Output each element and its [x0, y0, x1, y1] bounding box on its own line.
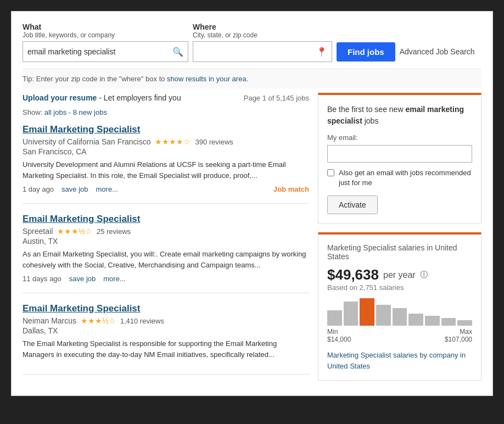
- advanced-search-link[interactable]: Advanced Job Search: [400, 47, 475, 56]
- email-alert-title-after: jobs: [362, 116, 379, 125]
- job-location: Dallas, TX: [23, 326, 309, 335]
- job-age: 1 day ago: [23, 185, 54, 193]
- save-job-link[interactable]: save job: [61, 185, 88, 193]
- upload-resume-group: Upload your resume - Let employers find …: [23, 93, 181, 103]
- email-alert-title-before: Be the first to see new: [327, 105, 405, 114]
- salary-box: Marketing Specialist salaries in United …: [318, 232, 481, 381]
- show-label: Show:: [23, 108, 44, 116]
- upload-resume-link[interactable]: Upload your resume: [23, 93, 97, 102]
- job-title[interactable]: Email Marketing Specialist: [23, 303, 309, 314]
- show-separator: -: [66, 108, 73, 116]
- chart-bar: [441, 318, 456, 326]
- chart-min-label: Min $14,000: [327, 328, 351, 343]
- job-meta: 11 days ago save job more...: [23, 275, 126, 283]
- what-label: What: [23, 23, 193, 31]
- find-jobs-button[interactable]: Find jobs: [337, 42, 395, 62]
- where-input-wrap: 📍: [193, 41, 332, 62]
- chart-bar: [327, 310, 342, 326]
- more-link[interactable]: more...: [96, 185, 118, 193]
- save-job-link[interactable]: save job: [69, 275, 96, 283]
- right-panel: Be the first to see new email marketing …: [318, 93, 481, 384]
- checkbox-label: Also get an email with jobs recommended …: [339, 168, 472, 188]
- star-rating: ★★★★☆: [155, 137, 191, 146]
- show-all-link[interactable]: all jobs: [44, 108, 66, 116]
- email-input[interactable]: [327, 145, 472, 163]
- company-row: Spreetail ★★★½☆ 25 reviews: [23, 227, 309, 236]
- upload-suffix: - Let employers find you: [97, 93, 181, 102]
- job-footer: 11 days ago save job more...: [23, 275, 309, 283]
- search-bar-row: 🔍 📍 Find jobs Advanced Job Search: [23, 41, 481, 62]
- chart-max-label: Max $107,000: [445, 328, 472, 343]
- salary-info-icon: ⓘ: [420, 270, 428, 280]
- where-input[interactable]: [198, 47, 316, 56]
- chart-bar: [393, 308, 407, 326]
- job-description: University Development and Alumni Relati…: [23, 159, 309, 181]
- show-new-link[interactable]: 8 new jobs: [73, 108, 107, 116]
- tip-text: Tip: Enter your zip code in the "where" …: [23, 75, 248, 83]
- results-header: Upload your resume - Let employers find …: [23, 93, 309, 103]
- my-email-label: My email:: [327, 133, 472, 142]
- salary-per-year: per year: [383, 270, 416, 280]
- star-rating: ★★★½☆: [81, 316, 116, 325]
- what-input-wrap: 🔍: [23, 41, 188, 62]
- job-footer: 1 day ago save job more... Job match: [23, 185, 309, 193]
- job-card: Email Marketing Specialist University of…: [23, 124, 309, 204]
- salary-based-on: Based on 2,751 salaries: [327, 283, 472, 292]
- chart-bar: [376, 305, 391, 326]
- job-card: Email Marketing Specialist Spreetail ★★★…: [23, 214, 309, 293]
- chart-bar: [457, 320, 472, 326]
- company-name: Neiman Marcus: [23, 316, 76, 325]
- where-label: Where: [193, 23, 335, 31]
- tip-highlight[interactable]: show results in your area: [167, 75, 247, 83]
- salary-amount-group: $49,638 per year ⓘ: [327, 266, 472, 283]
- job-title[interactable]: Email Marketing Specialist: [23, 124, 309, 135]
- labels-row: What Job title, keywords, or company Whe…: [23, 23, 481, 39]
- job-list: Email Marketing Specialist University of…: [23, 124, 309, 375]
- chart-bar: [344, 302, 359, 326]
- search-icon[interactable]: 🔍: [172, 47, 183, 57]
- salary-link[interactable]: Marketing Specialist salaries by company…: [327, 350, 472, 371]
- email-recommend-checkbox[interactable]: [327, 169, 334, 176]
- chart-bar: [425, 316, 440, 326]
- job-age: 11 days ago: [23, 275, 61, 283]
- what-label-group: What Job title, keywords, or company: [23, 23, 193, 39]
- checkbox-row: Also get an email with jobs recommended …: [327, 168, 472, 188]
- email-alert-title: Be the first to see new email marketing …: [327, 104, 472, 127]
- job-location: Austin, TX: [23, 237, 309, 246]
- job-card: Email Marketing Specialist Neiman Marcus…: [23, 303, 309, 375]
- main-container: What Job title, keywords, or company Whe…: [11, 11, 493, 396]
- job-description: The Email Marketing Specialist is respon…: [23, 338, 309, 360]
- company-row: University of California San Francisco ★…: [23, 137, 309, 146]
- chart-bar: [408, 314, 423, 326]
- email-alert-box: Be the first to see new email marketing …: [318, 93, 481, 224]
- location-icon: 📍: [316, 47, 327, 57]
- where-label-group: Where City, state, or zip code: [193, 23, 335, 39]
- company-row: Neiman Marcus ★★★½☆ 1,410 reviews: [23, 316, 309, 325]
- company-name: University of California San Francisco: [23, 137, 150, 146]
- job-description: As an Email Marketing Specialist, you wi…: [23, 249, 309, 270]
- salary-amount: $49,638: [327, 266, 379, 283]
- review-count: 390 reviews: [195, 138, 233, 146]
- content-area: Upload your resume - Let employers find …: [23, 93, 481, 384]
- chart-bar: [360, 298, 374, 326]
- chart-labels: Min $14,000 Max $107,000: [327, 328, 472, 343]
- activate-button[interactable]: Activate: [327, 196, 378, 214]
- page-info: Page 1 of 5,145 jobs: [244, 94, 309, 102]
- search-section: What Job title, keywords, or company Whe…: [23, 23, 481, 62]
- left-panel: Upload your resume - Let employers find …: [23, 93, 309, 384]
- chart-bars: [327, 298, 472, 326]
- salary-chart: Min $14,000 Max $107,000: [327, 298, 472, 343]
- show-filter: Show: all jobs - 8 new jobs: [23, 108, 309, 116]
- review-count: 25 reviews: [97, 227, 131, 236]
- job-meta: 1 day ago save job more...: [23, 185, 118, 193]
- what-input[interactable]: [27, 47, 172, 56]
- job-title[interactable]: Email Marketing Specialist: [23, 214, 309, 225]
- more-link[interactable]: more...: [103, 275, 125, 283]
- company-name: Spreetail: [23, 227, 53, 236]
- job-location: San Francisco, CA: [23, 147, 309, 156]
- what-sublabel: Job title, keywords, or company: [23, 31, 193, 39]
- where-sublabel: City, state, or zip code: [193, 31, 335, 39]
- review-count: 1,410 reviews: [120, 317, 164, 325]
- star-rating: ★★★½☆: [57, 227, 92, 236]
- salary-title: Marketing Specialist salaries in United …: [327, 243, 472, 261]
